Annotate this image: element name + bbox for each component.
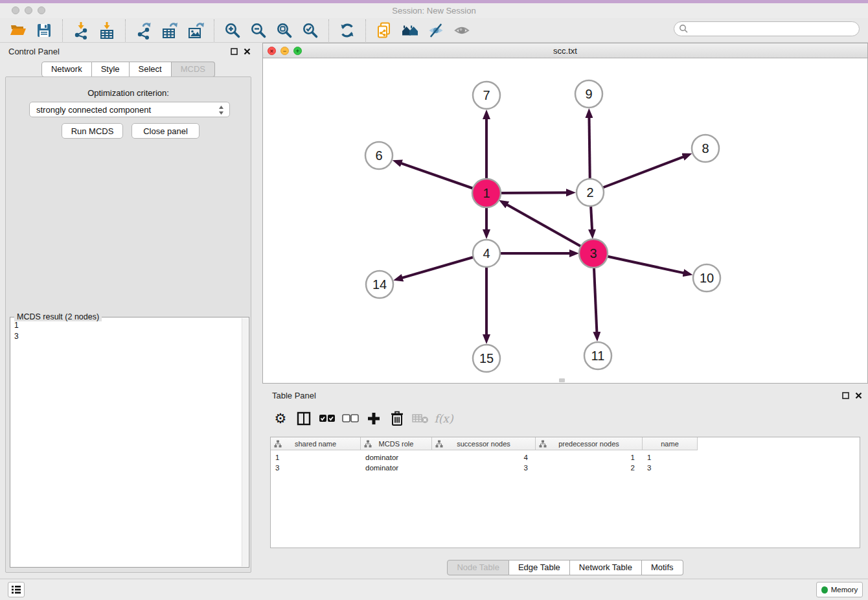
main-toolbar [0, 18, 868, 43]
tab-motifs[interactable]: Motifs [642, 560, 683, 575]
window-titlebar[interactable]: Session: New Session [0, 3, 868, 18]
import-table-from-file-icon[interactable] [96, 19, 118, 41]
criterion-select[interactable]: strongly connected component [29, 102, 230, 117]
import-network-from-file-icon[interactable] [70, 19, 92, 41]
table-row[interactable]: 1 dominator 4 1 1 [271, 452, 698, 463]
tab-node-table[interactable]: Node Table [447, 560, 509, 575]
add-column-icon[interactable] [362, 407, 385, 430]
run-mcds-button[interactable]: Run MCDS [62, 123, 123, 139]
cell-shared-name[interactable]: 1 [271, 452, 361, 463]
memory-label: Memory [831, 586, 858, 594]
cell-name[interactable]: 1 [643, 452, 698, 463]
control-panel-tabs: Network Style Select MCDS [0, 62, 257, 77]
network-window-title: scc.txt [263, 46, 867, 56]
save-session-icon[interactable] [33, 19, 55, 41]
toolbar-separator [125, 19, 126, 41]
show-all-icon[interactable] [451, 19, 473, 41]
select-all-rows-icon[interactable] [315, 407, 339, 430]
canvas-scrollbar-nub[interactable] [559, 378, 565, 382]
cell-shared-name[interactable]: 3 [271, 463, 361, 473]
hide-selected-icon[interactable] [425, 19, 447, 41]
open-session-icon[interactable] [7, 19, 29, 41]
clone-network-icon[interactable] [373, 19, 395, 41]
network-view-window: × − + scc.txt 7968124314101511 [262, 43, 868, 384]
cell-predecessor-nodes[interactable]: 2 [536, 463, 643, 473]
graph-node-label-9: 9 [585, 87, 592, 101]
cell-predecessor-nodes[interactable]: 1 [536, 452, 643, 463]
graph-node-label-11: 11 [591, 349, 605, 363]
close-panel-icon[interactable] [242, 47, 251, 56]
cell-mcds-role[interactable]: dominator [361, 463, 432, 473]
mcds-result-title: MCDS result (2 nodes) [14, 312, 102, 321]
network-window-titlebar[interactable]: × − + scc.txt [263, 43, 867, 58]
node-table-header: shared name MCDS role successor nodes pr… [271, 437, 698, 450]
deselect-all-rows-icon[interactable] [339, 407, 362, 430]
delete-columns-icon[interactable] [385, 407, 409, 430]
search-icon [679, 24, 689, 34]
float-panel-icon[interactable] [229, 47, 238, 56]
zoom-in-icon[interactable] [222, 19, 244, 41]
zoom-out-icon[interactable] [247, 19, 269, 41]
show-panels-menu-button[interactable] [8, 582, 25, 597]
tab-network-table[interactable]: Network Table [570, 560, 642, 575]
cell-name[interactable]: 3 [643, 463, 698, 473]
column-header-predecessor-nodes[interactable]: predecessor nodes [536, 437, 643, 450]
network-canvas[interactable]: 7968124314101511 [263, 58, 867, 383]
column-header-successor-nodes[interactable]: successor nodes [432, 437, 536, 450]
cell-successor-nodes[interactable]: 4 [432, 452, 536, 463]
first-neighbors-of-selected-icon[interactable] [399, 19, 421, 41]
graph-edges[interactable] [401, 117, 684, 335]
toolbar-separator [62, 19, 63, 41]
float-table-panel-icon[interactable] [841, 391, 850, 400]
close-table-panel-icon[interactable] [854, 391, 863, 400]
memory-status-icon [821, 586, 828, 594]
tab-style[interactable]: Style [92, 62, 130, 77]
status-bar: Memory [0, 579, 868, 600]
graph-node-label-7: 7 [483, 88, 490, 102]
table-row[interactable]: 3 dominator 3 2 3 [271, 463, 698, 473]
cell-successor-nodes[interactable]: 3 [432, 463, 536, 473]
delete-table-icon [409, 407, 432, 430]
network-graph[interactable]: 7968124314101511 [263, 58, 867, 383]
export-network-icon[interactable] [133, 19, 155, 41]
column-settings-gear-icon[interactable]: ⚙ [269, 407, 292, 430]
memory-button[interactable]: Memory [816, 582, 863, 597]
graph-node-label-14: 14 [372, 277, 387, 292]
tab-edge-table[interactable]: Edge Table [509, 560, 570, 575]
control-panel-header: Control Panel [0, 43, 257, 60]
graph-node-label-8: 8 [702, 141, 709, 156]
control-panel: Control Panel Network Style Select MCDS … [0, 43, 257, 579]
tab-network[interactable]: Network [41, 62, 92, 77]
cell-mcds-role[interactable]: dominator [361, 452, 432, 463]
mcds-result-text: 1 3 [14, 320, 19, 342]
result-scrollbar[interactable] [242, 318, 248, 566]
toggle-panel-columns-icon[interactable] [292, 407, 315, 430]
export-table-icon[interactable] [159, 19, 181, 41]
graph-node-label-6: 6 [375, 148, 382, 163]
export-image-icon[interactable] [185, 19, 207, 41]
table-panel-title: Table Panel [272, 391, 316, 400]
tab-mcds[interactable]: MCDS [172, 62, 215, 77]
criterion-select-value: strongly connected component [36, 105, 151, 115]
search-field[interactable] [674, 21, 860, 36]
zoom-fit-content-icon[interactable] [273, 19, 295, 41]
function-builder-icon: f(x) [432, 407, 455, 430]
node-table[interactable]: shared name MCDS role successor nodes pr… [270, 437, 860, 548]
column-header-mcds-role[interactable]: MCDS role [361, 437, 432, 450]
graph-node-label-3: 3 [589, 246, 597, 260]
search-input[interactable] [689, 23, 859, 35]
column-header-shared-name[interactable]: shared name [271, 437, 361, 450]
graph-node-label-4: 4 [483, 246, 490, 260]
graph-node-label-15: 15 [479, 351, 494, 365]
attribute-icon [364, 440, 372, 448]
select-stepper-icon [218, 105, 224, 117]
column-header-name[interactable]: name [643, 437, 698, 450]
zoom-selected-region-icon[interactable] [299, 19, 321, 41]
attribute-icon [274, 440, 282, 448]
graph-edge-2-8[interactable] [590, 157, 683, 192]
mcds-panel: Optimization criterion: strongly connect… [5, 76, 251, 573]
close-panel-button[interactable]: Close panel [131, 123, 200, 139]
apply-preferred-layout-icon[interactable] [336, 19, 358, 41]
tab-select[interactable]: Select [130, 62, 172, 77]
toolbar-separator [328, 19, 329, 41]
